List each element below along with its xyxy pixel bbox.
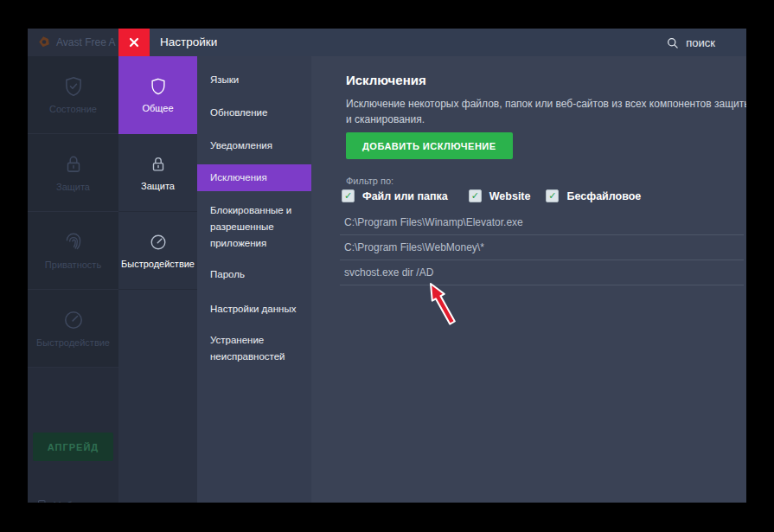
- panel-description: Исключение некоторых файлов, папок или в…: [346, 96, 746, 127]
- sidebar-item-status[interactable]: Состояние: [28, 56, 118, 134]
- sidebar-item-label: Состояние: [49, 104, 97, 114]
- submenu-item-troubleshooting[interactable]: Устранение неисправностей: [197, 332, 311, 365]
- speedometer-icon: [149, 233, 168, 252]
- checkbox-fileless[interactable]: ✓: [546, 189, 559, 202]
- sidebar-item-performance[interactable]: Быстродействие: [28, 290, 118, 368]
- exclusion-row[interactable]: svchost.exe dir /AD: [340, 260, 744, 285]
- filter-file-or-folder[interactable]: ✓ Файл или папка: [342, 189, 448, 202]
- filter-row: ✓ Файл или папка ✓ Website ✓ Бесфайловое: [342, 189, 641, 202]
- sidebar-item-label: Быстродействие: [36, 337, 110, 348]
- phone-plus-icon: [36, 499, 49, 503]
- settings-tab-protection[interactable]: Защита: [118, 134, 197, 212]
- checkbox-website[interactable]: ✓: [469, 189, 482, 202]
- upgrade-button[interactable]: АПГРЕЙД: [33, 433, 113, 461]
- mobile-devices-label: Мобильные устройства: [54, 499, 111, 503]
- close-button[interactable]: [118, 29, 150, 56]
- shield-icon: [149, 77, 168, 96]
- panel-title: Исключения: [346, 73, 426, 87]
- app-title: Avast Free A: [56, 36, 115, 48]
- settings-category-nav: Общее Защита Быстродействие: [118, 56, 197, 503]
- exclusion-row[interactable]: C:\Program Files\Winamp\Elevator.exe: [340, 210, 744, 235]
- avast-logo-icon: [37, 35, 51, 49]
- mobile-devices-link[interactable]: Мобильные устройства: [28, 499, 118, 503]
- search-label: поиск: [686, 36, 715, 49]
- submenu-item-data-settings[interactable]: Настройки данных: [197, 301, 311, 317]
- submenu-item-password[interactable]: Пароль: [197, 266, 311, 283]
- app-brand: Avast Free A: [28, 29, 118, 56]
- settings-tab-label: Общее: [142, 103, 173, 113]
- checkbox-file-or-folder[interactable]: ✓: [342, 189, 355, 202]
- filter-label: Бесфайловое: [566, 190, 641, 202]
- filter-label: Файл или папка: [362, 190, 448, 202]
- close-icon: [129, 37, 139, 48]
- fingerprint-icon: [62, 231, 85, 253]
- exclusion-list: C:\Program Files\Winamp\Elevator.exe C:\…: [340, 210, 744, 285]
- exclusions-panel: Исключения Исключение некоторых файлов, …: [311, 56, 746, 503]
- settings-tab-general[interactable]: Общее: [118, 56, 197, 134]
- filter-label: Website: [489, 190, 531, 202]
- submenu-item-update[interactable]: Обновление: [197, 105, 311, 121]
- lock-icon: [62, 153, 85, 176]
- exclusion-row[interactable]: C:\Program Files\WebMoney\*: [340, 235, 744, 260]
- submenu-item-blocked-allowed[interactable]: Блокированные и разрешенные приложения: [197, 202, 311, 252]
- submenu-item-languages[interactable]: Языки: [197, 72, 311, 88]
- avast-settings-window: Avast Free A Настройки поиск Состояние: [28, 29, 746, 503]
- sidebar-item-label: Защита: [56, 182, 90, 192]
- title-bar: Avast Free A Настройки поиск: [28, 29, 746, 56]
- add-exclusion-button[interactable]: ДОБАВИТЬ ИСКЛЮЧЕНИЕ: [346, 132, 513, 159]
- settings-submenu: Языки Обновление Уведомления Исключения …: [197, 56, 311, 503]
- main-app-sidebar: Состояние Защита Приватность Быстродей: [28, 56, 118, 503]
- submenu-item-notifications[interactable]: Уведомления: [197, 138, 311, 154]
- settings-tab-label: Защита: [141, 181, 175, 191]
- shield-check-icon: [62, 75, 85, 98]
- sidebar-item-label: Приватность: [45, 260, 101, 270]
- sidebar-item-privacy[interactable]: Приватность: [28, 212, 118, 290]
- settings-tab-performance[interactable]: Быстродействие: [118, 212, 197, 290]
- settings-tab-label: Быстродействие: [121, 259, 195, 269]
- filter-by-label: Фильтр по:: [346, 176, 393, 186]
- search-button[interactable]: поиск: [666, 29, 715, 56]
- filter-fileless[interactable]: ✓ Бесфайловое: [546, 189, 641, 202]
- lock-icon: [149, 155, 168, 174]
- filter-website[interactable]: ✓ Website: [469, 189, 531, 202]
- search-icon: [666, 36, 679, 49]
- sidebar-item-protection[interactable]: Защита: [28, 134, 118, 212]
- speedometer-icon: [62, 309, 85, 331]
- page-header-title: Настройки: [160, 29, 217, 56]
- submenu-item-exclusions[interactable]: Исключения: [197, 164, 311, 191]
